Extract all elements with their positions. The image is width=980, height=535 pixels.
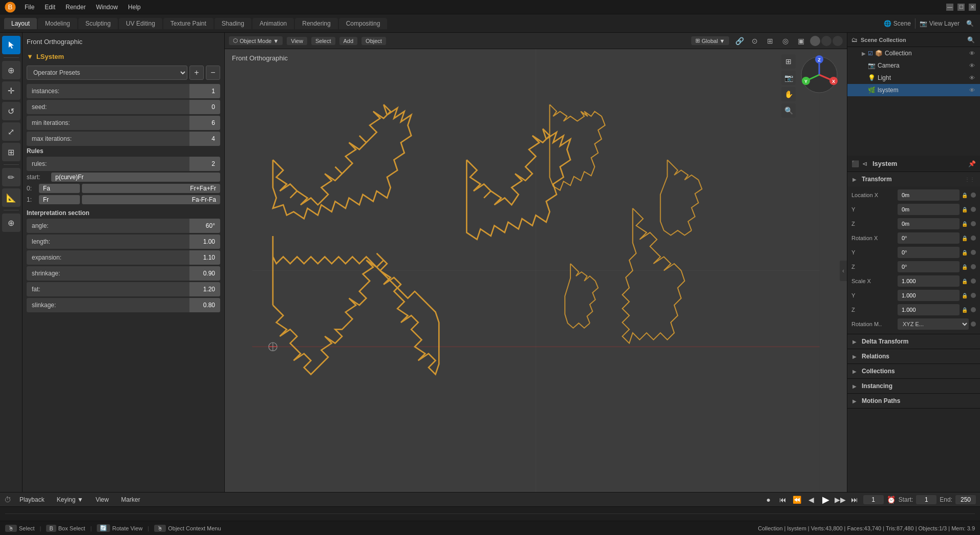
rot-z-lock-icon[interactable]: 🔒 — [961, 263, 969, 271]
tool-scale[interactable]: ⤢ — [2, 122, 20, 141]
outliner-light[interactable]: 💡 Light 👁 — [847, 72, 980, 84]
rot-mode-select[interactable]: XYZ E... — [898, 318, 969, 330]
collection-checkbox[interactable]: ☑ — [868, 50, 873, 57]
grab-btn[interactable]: ✋ — [781, 87, 796, 101]
tab-uvediting[interactable]: UV Editing — [119, 18, 162, 29]
tl-next-frame-btn[interactable]: ▶▶ — [835, 494, 846, 505]
playback-btn[interactable]: Playback — [15, 495, 49, 504]
tl-frame-display[interactable]: 1 — [863, 495, 884, 504]
tab-texturepaint[interactable]: Texture Paint — [163, 18, 214, 29]
min-iterations-value[interactable]: 6 — [189, 116, 220, 130]
tl-record-btn[interactable]: ● — [763, 494, 774, 505]
max-iterations-value[interactable]: 4 — [189, 132, 220, 146]
wireframe-icon[interactable]: ⊞ — [764, 35, 776, 47]
object-mode-btn[interactable]: ⬡ Object Mode ▼ — [229, 36, 283, 45]
rot-z-dot[interactable] — [971, 264, 976, 269]
blender-logo[interactable]: B — [4, 1, 16, 13]
scale-y-value[interactable]: 1.000 — [898, 290, 960, 301]
view-timeline-btn[interactable]: View — [92, 495, 113, 504]
start-value[interactable]: p(curve)Fr — [51, 173, 220, 182]
material-shading-btn[interactable] — [821, 36, 832, 46]
lsystem-collapse-arrow[interactable]: ▼ — [27, 53, 33, 60]
rule-1-output[interactable]: Fa-Fr-Fa — [82, 195, 220, 204]
rot-mode-dot[interactable] — [971, 322, 976, 327]
rendered-shading-btn[interactable] — [833, 36, 843, 46]
tl-prev-frame-btn[interactable]: ◀ — [806, 494, 817, 505]
scale-y-dot[interactable] — [971, 293, 976, 298]
timeline-track[interactable] — [0, 507, 980, 521]
preset-add-button[interactable]: + — [189, 66, 204, 80]
tool-annotate[interactable]: ✏ — [2, 168, 20, 186]
tool-measure[interactable]: 📐 — [2, 188, 20, 207]
rot-y-value[interactable]: 0° — [898, 247, 960, 258]
keying-btn[interactable]: Keying ▼ — [53, 495, 88, 504]
object-btn[interactable]: Object — [361, 37, 386, 45]
scene-selector[interactable]: 🌐 Scene — [884, 20, 911, 27]
rot-x-dot[interactable] — [971, 236, 976, 241]
operator-presets-select[interactable]: Operator Presets — [27, 66, 187, 80]
loc-z-dot[interactable] — [971, 221, 976, 226]
loc-x-lock-icon[interactable]: 🔒 — [961, 191, 969, 199]
menu-file[interactable]: File — [20, 3, 38, 12]
length-value[interactable]: 1.00 — [189, 234, 220, 249]
tl-end-btn[interactable]: ⏭ — [849, 494, 860, 505]
gizmo-area[interactable]: Z X Y — [799, 54, 840, 95]
tool-transform[interactable]: ⊞ — [2, 143, 20, 161]
collapse-viewport-right[interactable]: ‹ — [840, 261, 847, 281]
tab-sculpting[interactable]: Sculpting — [78, 18, 118, 29]
slinkage-value[interactable]: 0.80 — [189, 298, 220, 312]
shrinkage-value[interactable]: 0.90 — [189, 266, 220, 281]
loc-y-dot[interactable] — [971, 207, 976, 212]
scale-z-lock-icon[interactable]: 🔒 — [961, 306, 969, 314]
solid-shading-btn[interactable] — [810, 36, 820, 46]
zoom-btn[interactable]: 🔍 — [781, 103, 796, 118]
rule-0-input[interactable]: Fa — [39, 184, 80, 193]
transform-section-header[interactable]: ▶ Transform ⋮⋮ — [847, 172, 980, 186]
transform-global-btn[interactable]: ⊞ Global ▼ — [691, 36, 729, 45]
scale-x-value[interactable]: 1.000 — [898, 275, 960, 287]
loc-y-lock-icon[interactable]: 🔒 — [961, 205, 969, 213]
minimize-button[interactable]: — — [946, 4, 953, 11]
loc-y-value[interactable]: 0m — [898, 204, 960, 215]
rot-x-value[interactable]: 0° — [898, 232, 960, 244]
viewport-3d[interactable]: Front Orthographic ⊞ 📷 ✋ 🔍 Z — [225, 49, 847, 492]
tl-end-value[interactable]: 250 — [955, 495, 976, 504]
motion-paths-header[interactable]: ▶ Motion Paths — [847, 394, 980, 408]
scale-z-dot[interactable] — [971, 307, 976, 312]
tool-rotate[interactable]: ↺ — [2, 102, 20, 120]
overlay-icon[interactable]: ◎ — [779, 35, 792, 47]
instances-value[interactable]: 1 — [189, 84, 220, 98]
rule-0-output[interactable]: Fr+Fa+Fr — [82, 184, 220, 193]
collections-header[interactable]: ▶ Collections — [847, 364, 980, 378]
relations-header[interactable]: ▶ Relations — [847, 349, 980, 363]
light-eye[interactable]: 👁 — [968, 74, 976, 82]
scale-y-lock-icon[interactable]: 🔒 — [961, 291, 969, 299]
menu-render[interactable]: Render — [61, 3, 90, 12]
seed-value[interactable]: 0 — [189, 100, 220, 114]
rot-x-lock-icon[interactable]: 🔒 — [961, 234, 969, 242]
tab-animation[interactable]: Animation — [252, 18, 294, 29]
tab-shading[interactable]: Shading — [215, 18, 251, 29]
tl-back-btn[interactable]: ⏪ — [792, 494, 803, 505]
rules-value[interactable]: 2 — [189, 157, 220, 171]
tab-layout[interactable]: Layout — [4, 18, 37, 29]
tab-modeling[interactable]: Modeling — [38, 18, 77, 29]
search-icon[interactable]: 🔍 — [964, 17, 976, 30]
preset-remove-button[interactable]: − — [206, 66, 220, 80]
tab-compositing[interactable]: Compositing — [339, 18, 388, 29]
tool-cursor[interactable]: ⊕ — [2, 61, 20, 79]
rule-1-input[interactable]: Fr — [39, 195, 80, 204]
scale-x-dot[interactable] — [971, 279, 976, 284]
menu-help[interactable]: Help — [124, 3, 145, 12]
view-btn[interactable]: View — [287, 37, 307, 45]
instancing-header[interactable]: ▶ Instancing — [847, 379, 980, 393]
angle-value[interactable]: 60° — [189, 219, 220, 233]
tl-play-btn[interactable]: ▶ — [820, 494, 832, 505]
loc-z-lock-icon[interactable]: 🔒 — [961, 220, 969, 228]
rot-y-dot[interactable] — [971, 250, 976, 255]
close-button[interactable]: ✕ — [969, 4, 976, 11]
tool-add[interactable]: ⊕ — [2, 213, 20, 232]
collection-eye[interactable]: 👁 — [968, 49, 976, 57]
scale-x-lock-icon[interactable]: 🔒 — [961, 277, 969, 285]
select-btn[interactable]: Select — [311, 37, 335, 45]
